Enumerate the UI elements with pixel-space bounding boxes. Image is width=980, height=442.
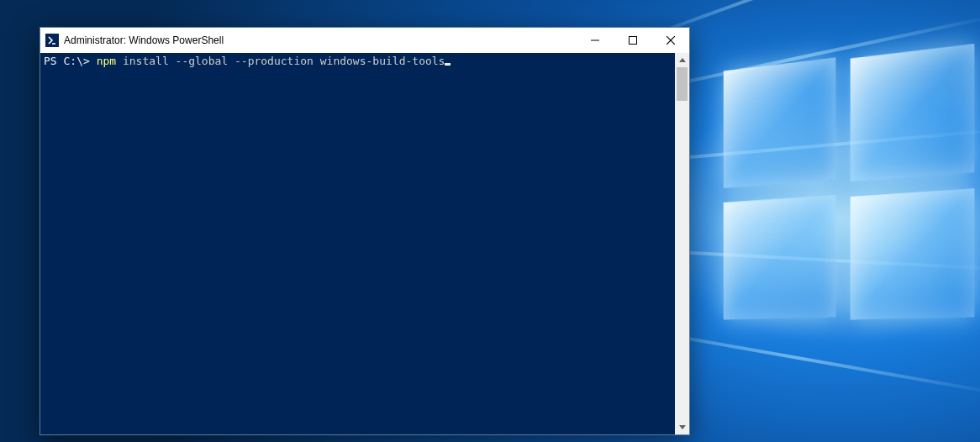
svg-rect-2 — [629, 37, 636, 45]
minimize-button[interactable] — [576, 28, 614, 53]
scroll-up-icon[interactable] — [675, 53, 689, 67]
scroll-down-icon[interactable] — [675, 420, 689, 434]
command-line: PS C:\> npm install --global --productio… — [44, 55, 672, 67]
prompt-text: PS C:\> — [44, 55, 97, 67]
powershell-icon — [45, 34, 59, 47]
powershell-window: Administrator: Windows PowerShell PS C:\… — [40, 27, 690, 435]
command-args: install --global --production windows-bu… — [116, 55, 445, 67]
vertical-scrollbar[interactable] — [675, 53, 689, 434]
maximize-button[interactable] — [614, 28, 651, 53]
window-controls — [576, 28, 689, 53]
command-text: npm — [97, 55, 116, 67]
window-title: Administrator: Windows PowerShell — [64, 34, 224, 46]
close-button[interactable] — [651, 28, 689, 53]
terminal-area[interactable]: PS C:\> npm install --global --productio… — [40, 53, 675, 434]
scrollbar-thumb[interactable] — [677, 67, 688, 101]
windows-logo-icon — [724, 48, 975, 321]
titlebar[interactable]: Administrator: Windows PowerShell — [40, 28, 689, 53]
cursor-icon — [445, 63, 450, 66]
scrollbar-track[interactable] — [675, 67, 689, 420]
